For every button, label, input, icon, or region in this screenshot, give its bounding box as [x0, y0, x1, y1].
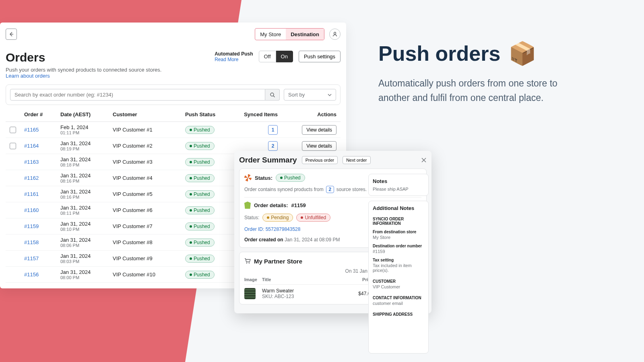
- customer-name: VIP Customer #8: [113, 239, 185, 245]
- col-push-status: Push Status: [185, 111, 237, 117]
- status-badge-pushed: Pushed: [185, 206, 215, 214]
- status-badge-pushed: Pushed: [185, 239, 215, 247]
- row-checkbox[interactable]: [10, 143, 16, 149]
- previous-order-button[interactable]: Previous order: [302, 156, 338, 164]
- order-date: Jan 31, 202408:19 PM: [60, 140, 113, 151]
- auto-push-toggle: Off On: [259, 51, 293, 62]
- order-details-label: Order details:: [254, 202, 288, 208]
- syncio-icon: [244, 174, 252, 181]
- customer-name: VIP Customer #4: [113, 175, 185, 181]
- item-sku: SKU: ABC-123: [262, 294, 349, 299]
- tax-setting-value: Tax included in item price(s).: [373, 263, 424, 273]
- status-badge-pushed: Pushed: [276, 174, 305, 182]
- order-link[interactable]: #1165: [24, 127, 60, 133]
- hero-title: Push orders 📦: [378, 40, 568, 67]
- tax-setting-label: Tax setting: [373, 258, 424, 262]
- status-badge-pushed: Pushed: [185, 142, 215, 150]
- notes-card: Notes Please ship ASAP: [368, 174, 429, 196]
- chevron-down-icon: [328, 93, 332, 97]
- from-store-label: From destination store: [373, 230, 424, 234]
- table-row: #1165Feb 1, 202401:11 PMVIP Customer #1P…: [6, 122, 341, 138]
- toggle-on[interactable]: On: [276, 51, 293, 62]
- hero-desc: Automatically push orders from one store…: [378, 76, 568, 105]
- contact-value: customer email: [373, 301, 424, 306]
- learn-about-orders-link[interactable]: Learn about orders: [6, 73, 161, 79]
- user-icon: [332, 31, 338, 37]
- from-store-value: My Store: [373, 235, 424, 240]
- order-date: Jan 31, 202408:18 PM: [60, 156, 113, 167]
- customer-name: VIP Customer #6: [113, 207, 185, 213]
- dest-order-label: Destination order number: [373, 244, 424, 248]
- order-link[interactable]: #1159: [24, 223, 60, 229]
- toggle-off[interactable]: Off: [259, 51, 276, 62]
- order-link[interactable]: #1164: [24, 143, 60, 149]
- order-date: Feb 1, 202401:11 PM: [60, 124, 113, 135]
- status-badge-pushed: Pushed: [185, 271, 215, 279]
- order-date: Jan 31, 202408:10 PM: [60, 221, 113, 232]
- additional-notes-title: Additional Notes: [373, 205, 424, 211]
- dest-order-value: #1159: [373, 249, 424, 254]
- col-synced: Synced Items: [237, 111, 282, 117]
- cart-icon: [244, 258, 251, 264]
- customer-name: VIP Customer #9: [113, 255, 185, 261]
- status-badge-pushed: Pushed: [185, 158, 215, 166]
- close-icon: [421, 157, 427, 163]
- col-customer: Customer: [113, 111, 185, 117]
- customer-name: VIP Customer #5: [113, 191, 185, 197]
- status-badge-pushed: Pushed: [185, 255, 215, 263]
- hero-copy: Push orders 📦 Automatically push orders …: [378, 40, 568, 105]
- view-details-button[interactable]: View details: [302, 141, 336, 151]
- shopify-icon: [244, 202, 251, 209]
- order-link[interactable]: #1158: [24, 239, 60, 245]
- status-badge-pushed: Pushed: [185, 174, 215, 182]
- back-button[interactable]: [6, 29, 17, 40]
- row-checkbox[interactable]: [10, 127, 16, 133]
- next-order-button[interactable]: Next order: [343, 156, 370, 164]
- push-settings-button[interactable]: Push settings: [299, 51, 341, 62]
- arrow-left-icon: [8, 31, 14, 37]
- close-button[interactable]: [421, 157, 427, 163]
- product-image: [244, 288, 256, 299]
- order-date: Jan 31, 202408:16 PM: [60, 173, 113, 183]
- syncio-info-header: SYNCIO ORDER INFORMATION: [373, 217, 424, 226]
- source-count: 2: [326, 186, 334, 193]
- search-button[interactable]: [265, 89, 280, 101]
- shipping-label: SHIPPING ADDRESS: [373, 312, 424, 317]
- col-order: Order #: [24, 111, 60, 117]
- contact-label: CONTACT INFORMATION: [373, 296, 424, 300]
- customer-name: VIP Customer #1: [113, 127, 185, 133]
- store-tab-mystore[interactable]: My Store: [255, 29, 286, 40]
- detail-status-label: Status:: [244, 215, 259, 220]
- customer-name: VIP Customer #7: [113, 223, 185, 229]
- automated-push-label-wrap: Automated Push Read More: [215, 51, 253, 62]
- order-link[interactable]: #1162: [24, 175, 60, 181]
- svg-point-7: [249, 263, 250, 263]
- order-link[interactable]: #1156: [24, 272, 60, 278]
- svg-line-3: [273, 96, 275, 97]
- order-date: Jan 31, 202408:06 PM: [60, 237, 113, 248]
- status-badge-pushed: Pushed: [185, 126, 215, 134]
- page-subtitle: Push your orders with synced products to…: [6, 67, 161, 73]
- status-badge-pushed: Pushed: [185, 190, 215, 198]
- view-details-button[interactable]: View details: [302, 125, 336, 135]
- order-id-link[interactable]: Order ID: 5572879843528: [244, 226, 300, 232]
- status-badge-unfulfilled: Unfulfilled: [296, 214, 330, 222]
- svg-point-6: [246, 263, 247, 263]
- svg-point-2: [270, 93, 274, 96]
- partner-store-name: My Partner Store: [254, 258, 302, 265]
- read-more-link[interactable]: Read More: [215, 57, 253, 62]
- status-badge-pushed: Pushed: [185, 222, 215, 230]
- order-link[interactable]: #1160: [24, 207, 60, 213]
- order-link[interactable]: #1161: [24, 191, 60, 197]
- search-input[interactable]: [10, 89, 265, 101]
- order-link[interactable]: #1157: [24, 255, 60, 261]
- store-tab-destination[interactable]: Destination: [286, 29, 324, 40]
- store-toggle: My Store Destination: [255, 28, 324, 40]
- modal-title: Order Summary: [239, 156, 297, 165]
- account-button[interactable]: [329, 29, 341, 40]
- automated-push-label: Automated Push: [215, 51, 253, 57]
- order-link[interactable]: #1163: [24, 159, 60, 165]
- notes-body: Please ship ASAP: [373, 187, 424, 191]
- additional-notes-card: Additional Notes SYNCIO ORDER INFORMATIO…: [368, 201, 429, 354]
- sort-dropdown[interactable]: Sort by: [284, 89, 336, 101]
